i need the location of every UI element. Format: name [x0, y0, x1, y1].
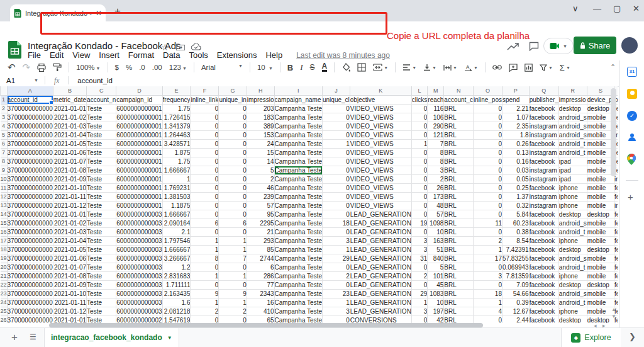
header-cell[interactable]: inline_link: [191, 95, 219, 104]
cell[interactable]: 3700000000000: [7, 254, 53, 263]
cell[interactable]: Campanha Teste: [274, 157, 322, 166]
cell[interactable]: BRL: [444, 166, 474, 174]
cell[interactable]: VIDEO_VIEWS: [350, 104, 411, 113]
row-header-5[interactable]: 5: [1, 130, 8, 139]
cell[interactable]: LEAD_GENERATION: [350, 210, 411, 219]
cell[interactable]: facebook: [529, 307, 558, 316]
cell[interactable]: feed: [614, 210, 618, 219]
header-cell[interactable]: impressio: [247, 95, 274, 104]
cell[interactable]: 0.069943: [502, 263, 529, 271]
cell[interactable]: BRL: [444, 192, 474, 201]
cell[interactable]: mobile: [587, 192, 614, 201]
functions-button[interactable]: Σ▼: [560, 63, 570, 72]
cell[interactable]: 0: [473, 316, 502, 323]
cell[interactable]: Teste: [87, 271, 116, 280]
cell[interactable]: 3700000000000: [7, 227, 53, 236]
row-header-17[interactable]: 17: [1, 236, 8, 245]
cell[interactable]: 0: [191, 174, 219, 183]
cell[interactable]: mobile: [587, 289, 614, 298]
cell[interactable]: 0: [322, 183, 350, 192]
cell[interactable]: facebook: [529, 113, 558, 122]
cell[interactable]: 0: [191, 227, 219, 236]
cell[interactable]: 2021-01-09: [53, 280, 86, 289]
cell[interactable]: Campanha Teste: [274, 245, 322, 254]
header-cell[interactable]: campaign_name: [274, 95, 322, 104]
cell[interactable]: 0: [219, 192, 247, 201]
print-icon[interactable]: [37, 64, 46, 72]
cell[interactable]: 1.711111: [162, 280, 191, 289]
cell[interactable]: Teste: [87, 210, 116, 219]
cell[interactable]: 0: [191, 139, 219, 148]
cell[interactable]: BRL: [444, 245, 474, 254]
cell[interactable]: LEAD_GENERATION: [350, 245, 411, 254]
cell[interactable]: LEAD_GENERATION: [350, 307, 411, 316]
column-header-O[interactable]: O: [473, 86, 502, 95]
cell[interactable]: 6000000000001: [116, 174, 162, 183]
cell[interactable]: facebook: [529, 104, 558, 113]
cell[interactable]: feed: [614, 271, 618, 280]
cell[interactable]: feed: [614, 280, 618, 289]
calendar-icon[interactable]: 31: [627, 67, 637, 77]
cell[interactable]: instagram: [529, 201, 558, 210]
row-header-18[interactable]: 18: [1, 245, 8, 254]
cell[interactable]: 293: [247, 236, 274, 245]
cell[interactable]: 106: [428, 113, 444, 122]
cell[interactable]: Campanha Teste: [274, 289, 322, 298]
cell[interactable]: 1: [411, 139, 427, 148]
cell[interactable]: 3700000000000: [7, 245, 53, 254]
cell[interactable]: 2021-01-04: [53, 130, 86, 139]
cell[interactable]: Teste: [87, 219, 116, 227]
cell[interactable]: BRL: [444, 219, 474, 227]
browser-tab[interactable]: Integração Kondado - Facebook ✕: [10, 4, 106, 21]
cell[interactable]: Teste: [87, 307, 116, 316]
cell[interactable]: BRL: [444, 157, 474, 166]
cell[interactable]: VIDEO_VIEWS: [350, 166, 411, 174]
cell[interactable]: 0: [219, 148, 247, 157]
insert-comment-icon[interactable]: [509, 64, 518, 72]
cell[interactable]: 1.769231: [162, 183, 191, 192]
cell[interactable]: facebook: [529, 139, 558, 148]
cell[interactable]: BRL: [444, 236, 474, 245]
cell[interactable]: BRL: [444, 139, 474, 148]
text-rotation-button[interactable]: A ▼: [464, 64, 478, 71]
cell[interactable]: desktop: [587, 245, 614, 254]
cell[interactable]: 8: [191, 254, 219, 263]
cell[interactable]: 0: [322, 122, 350, 130]
cell[interactable]: 0: [411, 130, 427, 139]
cell[interactable]: 0: [219, 183, 247, 192]
new-tab-button[interactable]: +: [114, 5, 121, 18]
cell[interactable]: 3: [322, 236, 350, 245]
column-header-K[interactable]: K: [350, 86, 411, 95]
cell[interactable]: VIDEO_VIEWS: [350, 148, 411, 157]
redo-icon[interactable]: ↷: [23, 62, 31, 73]
cell[interactable]: BRL: [444, 307, 474, 316]
cell[interactable]: 0: [191, 104, 219, 113]
cell[interactable]: 3700000000000: [7, 157, 53, 166]
cell[interactable]: 16: [247, 298, 274, 307]
cell[interactable]: desktop: [558, 210, 587, 219]
cell[interactable]: 2295: [247, 219, 274, 227]
cell[interactable]: 1.666667: [162, 166, 191, 174]
cell[interactable]: 9: [219, 289, 247, 298]
cell[interactable]: desktop: [558, 280, 587, 289]
cell[interactable]: 0.03: [502, 166, 529, 174]
row-header-26[interactable]: 26: [1, 316, 8, 323]
cell[interactable]: 2021-01-08: [53, 166, 86, 174]
cell[interactable]: 1.75: [162, 104, 191, 113]
cell[interactable]: Campanha Teste: [274, 174, 322, 183]
cell[interactable]: Campanha Teste: [274, 192, 322, 201]
cell[interactable]: 0: [473, 183, 502, 192]
cell[interactable]: 5: [247, 166, 274, 174]
cell[interactable]: 6000000000001: [116, 157, 162, 166]
horizontal-align-button[interactable]: ▼: [402, 64, 416, 71]
undo-icon[interactable]: ↶: [8, 62, 16, 73]
cell[interactable]: 6000000000003: [116, 298, 162, 307]
cell[interactable]: 0: [411, 316, 427, 323]
cell[interactable]: 2.831683: [162, 271, 191, 280]
cell[interactable]: 2021-01-09: [53, 174, 86, 183]
cell[interactable]: 116: [428, 104, 444, 113]
cell[interactable]: 0: [473, 192, 502, 201]
cell[interactable]: 0: [411, 192, 427, 201]
header-cell[interactable]: account_n: [87, 95, 116, 104]
cell[interactable]: 3700000000000: [7, 201, 53, 210]
